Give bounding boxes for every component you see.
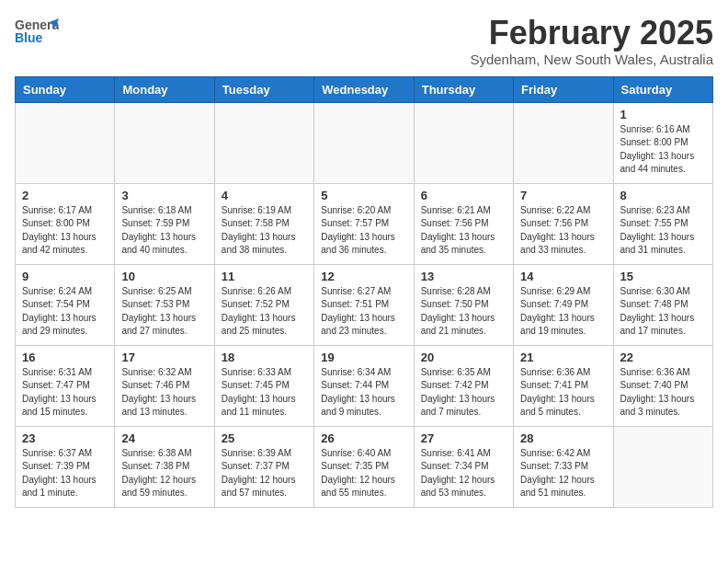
- calendar-day-cell: 22Sunrise: 6:36 AM Sunset: 7:40 PM Dayli…: [613, 345, 712, 426]
- day-info: Sunrise: 6:36 AM Sunset: 7:40 PM Dayligh…: [620, 366, 706, 419]
- calendar-day-cell: 6Sunrise: 6:21 AM Sunset: 7:56 PM Daylig…: [414, 183, 513, 264]
- calendar-title: February 2025: [470, 15, 713, 52]
- logo-icon: General Blue: [15, 15, 59, 48]
- day-number: 25: [222, 431, 307, 445]
- day-number: 14: [520, 270, 606, 283]
- calendar-week-row: 2Sunrise: 6:17 AM Sunset: 8:00 PM Daylig…: [16, 183, 713, 264]
- calendar-day-cell: 14Sunrise: 6:29 AM Sunset: 7:49 PM Dayli…: [514, 264, 613, 345]
- day-number: 24: [121, 431, 207, 445]
- day-info: Sunrise: 6:42 AM Sunset: 7:33 PM Dayligh…: [520, 447, 606, 500]
- calendar-day-cell: [514, 102, 613, 183]
- weekday-header-row: SundayMondayTuesdayWednesdayThursdayFrid…: [16, 76, 713, 102]
- day-info: Sunrise: 6:23 AM Sunset: 7:55 PM Dayligh…: [620, 204, 706, 258]
- day-info: Sunrise: 6:41 AM Sunset: 7:34 PM Dayligh…: [421, 447, 506, 500]
- day-number: 13: [421, 270, 506, 283]
- day-info: Sunrise: 6:31 AM Sunset: 7:47 PM Dayligh…: [22, 366, 108, 419]
- calendar-day-cell: 3Sunrise: 6:18 AM Sunset: 7:59 PM Daylig…: [115, 183, 214, 264]
- day-info: Sunrise: 6:29 AM Sunset: 7:49 PM Dayligh…: [520, 285, 606, 339]
- weekday-header-wednesday: Wednesday: [314, 76, 414, 102]
- calendar-day-cell: 5Sunrise: 6:20 AM Sunset: 7:57 PM Daylig…: [314, 183, 414, 264]
- weekday-header-thursday: Thursday: [414, 76, 513, 102]
- calendar-day-cell: 15Sunrise: 6:30 AM Sunset: 7:48 PM Dayli…: [613, 264, 712, 345]
- day-number: 16: [22, 350, 108, 364]
- day-number: 17: [121, 350, 207, 364]
- day-number: 19: [321, 350, 406, 364]
- day-info: Sunrise: 6:16 AM Sunset: 8:00 PM Dayligh…: [620, 123, 706, 177]
- calendar-day-cell: 4Sunrise: 6:19 AM Sunset: 7:58 PM Daylig…: [214, 183, 313, 264]
- day-number: 28: [520, 431, 606, 445]
- calendar-day-cell: [16, 102, 115, 183]
- calendar-day-cell: [613, 426, 712, 507]
- day-info: Sunrise: 6:17 AM Sunset: 8:00 PM Dayligh…: [22, 204, 108, 258]
- day-info: Sunrise: 6:21 AM Sunset: 7:56 PM Dayligh…: [421, 204, 506, 258]
- calendar-day-cell: 13Sunrise: 6:28 AM Sunset: 7:50 PM Dayli…: [414, 264, 513, 345]
- calendar-week-row: 23Sunrise: 6:37 AM Sunset: 7:39 PM Dayli…: [16, 426, 713, 507]
- page-header: General Blue February 2025 Sydenham, New…: [15, 15, 713, 67]
- calendar-day-cell: 27Sunrise: 6:41 AM Sunset: 7:34 PM Dayli…: [414, 426, 513, 507]
- day-number: 22: [620, 350, 706, 364]
- calendar-day-cell: 16Sunrise: 6:31 AM Sunset: 7:47 PM Dayli…: [16, 345, 115, 426]
- day-info: Sunrise: 6:36 AM Sunset: 7:41 PM Dayligh…: [520, 366, 606, 419]
- day-number: 1: [620, 108, 706, 121]
- day-info: Sunrise: 6:35 AM Sunset: 7:42 PM Dayligh…: [421, 366, 506, 419]
- day-info: Sunrise: 6:19 AM Sunset: 7:58 PM Dayligh…: [222, 204, 307, 258]
- calendar-day-cell: 9Sunrise: 6:24 AM Sunset: 7:54 PM Daylig…: [16, 264, 115, 345]
- day-info: Sunrise: 6:34 AM Sunset: 7:44 PM Dayligh…: [321, 366, 406, 419]
- logo: General Blue: [15, 15, 59, 48]
- calendar-day-cell: 11Sunrise: 6:26 AM Sunset: 7:52 PM Dayli…: [214, 264, 313, 345]
- day-info: Sunrise: 6:40 AM Sunset: 7:35 PM Dayligh…: [321, 447, 406, 500]
- day-number: 18: [222, 350, 307, 364]
- calendar-table: SundayMondayTuesdayWednesdayThursdayFrid…: [15, 76, 713, 508]
- day-number: 15: [620, 270, 706, 283]
- weekday-header-sunday: Sunday: [16, 76, 115, 102]
- day-number: 4: [222, 189, 307, 202]
- calendar-week-row: 9Sunrise: 6:24 AM Sunset: 7:54 PM Daylig…: [16, 264, 713, 345]
- day-info: Sunrise: 6:38 AM Sunset: 7:38 PM Dayligh…: [121, 447, 207, 500]
- calendar-week-row: 1Sunrise: 6:16 AM Sunset: 8:00 PM Daylig…: [16, 102, 713, 183]
- day-number: 26: [321, 431, 406, 445]
- calendar-day-cell: 12Sunrise: 6:27 AM Sunset: 7:51 PM Dayli…: [314, 264, 414, 345]
- title-block: February 2025 Sydenham, New South Wales,…: [470, 15, 713, 67]
- calendar-day-cell: 8Sunrise: 6:23 AM Sunset: 7:55 PM Daylig…: [613, 183, 712, 264]
- weekday-header-tuesday: Tuesday: [214, 76, 313, 102]
- calendar-day-cell: [214, 102, 313, 183]
- day-number: 8: [620, 189, 706, 202]
- weekday-header-saturday: Saturday: [613, 76, 712, 102]
- day-number: 21: [520, 350, 606, 364]
- calendar-day-cell: [414, 102, 513, 183]
- calendar-day-cell: 28Sunrise: 6:42 AM Sunset: 7:33 PM Dayli…: [514, 426, 613, 507]
- calendar-day-cell: 2Sunrise: 6:17 AM Sunset: 8:00 PM Daylig…: [16, 183, 115, 264]
- day-number: 2: [22, 189, 108, 202]
- calendar-day-cell: 10Sunrise: 6:25 AM Sunset: 7:53 PM Dayli…: [115, 264, 214, 345]
- day-number: 20: [421, 350, 506, 364]
- day-number: 12: [321, 270, 406, 283]
- day-info: Sunrise: 6:26 AM Sunset: 7:52 PM Dayligh…: [222, 285, 307, 339]
- day-number: 9: [22, 270, 108, 283]
- calendar-day-cell: 25Sunrise: 6:39 AM Sunset: 7:37 PM Dayli…: [214, 426, 313, 507]
- calendar-week-row: 16Sunrise: 6:31 AM Sunset: 7:47 PM Dayli…: [16, 345, 713, 426]
- calendar-day-cell: 23Sunrise: 6:37 AM Sunset: 7:39 PM Dayli…: [16, 426, 115, 507]
- day-info: Sunrise: 6:22 AM Sunset: 7:56 PM Dayligh…: [520, 204, 606, 258]
- day-info: Sunrise: 6:27 AM Sunset: 7:51 PM Dayligh…: [321, 285, 406, 339]
- calendar-subtitle: Sydenham, New South Wales, Australia: [470, 52, 713, 67]
- calendar-day-cell: 19Sunrise: 6:34 AM Sunset: 7:44 PM Dayli…: [314, 345, 414, 426]
- day-info: Sunrise: 6:24 AM Sunset: 7:54 PM Dayligh…: [22, 285, 108, 339]
- day-number: 5: [321, 189, 406, 202]
- day-info: Sunrise: 6:37 AM Sunset: 7:39 PM Dayligh…: [22, 447, 108, 500]
- calendar-day-cell: 24Sunrise: 6:38 AM Sunset: 7:38 PM Dayli…: [115, 426, 214, 507]
- day-number: 6: [421, 189, 506, 202]
- calendar-day-cell: 21Sunrise: 6:36 AM Sunset: 7:41 PM Dayli…: [514, 345, 613, 426]
- day-info: Sunrise: 6:39 AM Sunset: 7:37 PM Dayligh…: [222, 447, 307, 500]
- calendar-day-cell: [314, 102, 414, 183]
- calendar-day-cell: [115, 102, 214, 183]
- day-info: Sunrise: 6:20 AM Sunset: 7:57 PM Dayligh…: [321, 204, 406, 258]
- day-info: Sunrise: 6:33 AM Sunset: 7:45 PM Dayligh…: [222, 366, 307, 419]
- calendar-day-cell: 26Sunrise: 6:40 AM Sunset: 7:35 PM Dayli…: [314, 426, 414, 507]
- calendar-day-cell: 20Sunrise: 6:35 AM Sunset: 7:42 PM Dayli…: [414, 345, 513, 426]
- day-number: 23: [22, 431, 108, 445]
- calendar-day-cell: 7Sunrise: 6:22 AM Sunset: 7:56 PM Daylig…: [514, 183, 613, 264]
- svg-text:Blue: Blue: [15, 30, 43, 45]
- day-number: 10: [121, 270, 207, 283]
- calendar-day-cell: 18Sunrise: 6:33 AM Sunset: 7:45 PM Dayli…: [214, 345, 313, 426]
- calendar-day-cell: 1Sunrise: 6:16 AM Sunset: 8:00 PM Daylig…: [613, 102, 712, 183]
